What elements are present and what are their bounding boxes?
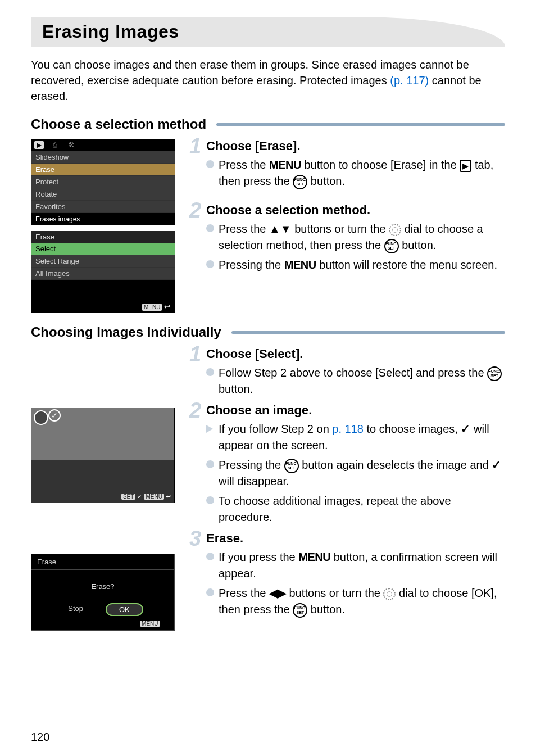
step-number: 2 bbox=[189, 399, 201, 423]
print-tab-icon: ⎙ bbox=[51, 141, 59, 149]
step-b3-bullet-2: Press the ◀▶ buttons or turn the dial to… bbox=[206, 585, 505, 618]
section-rule bbox=[231, 331, 505, 334]
set-label: SET bbox=[121, 494, 135, 500]
step-a1-bullet: Press the MENU button to choose [Erase] … bbox=[206, 157, 505, 189]
step-number: 2 bbox=[189, 198, 201, 223]
section-b-header: Choosing Images Individually bbox=[31, 324, 505, 340]
up-down-icon: ▲▼ bbox=[269, 223, 292, 235]
page-title: Erasing Images bbox=[42, 21, 494, 42]
menu2-item-selected: Select bbox=[31, 243, 175, 255]
step-b1: 1 Choose [Select]. Follow Step 2 above t… bbox=[206, 347, 505, 397]
check-icon: ✓ bbox=[492, 459, 501, 471]
menu1-item: Protect bbox=[31, 176, 175, 188]
page-number: 120 bbox=[31, 731, 49, 744]
step-b3-title: Erase. bbox=[206, 531, 505, 546]
return-icon: ↩ bbox=[166, 493, 171, 500]
menu-button-word: MENU bbox=[269, 159, 301, 171]
step-a1: 1 Choose [Erase]. Press the MENU button … bbox=[206, 139, 505, 189]
step-a1-title: Choose [Erase]. bbox=[206, 139, 505, 153]
step-b3: 3 Erase. If you press the MENU button, a… bbox=[206, 531, 505, 618]
erase-confirm-screenshot: Erase Erase? Stop OK MENU ↩ bbox=[31, 554, 175, 631]
control-dial-icon bbox=[389, 224, 401, 236]
bullet-icon bbox=[206, 260, 214, 268]
step-number: 1 bbox=[189, 134, 201, 159]
step-a2: 2 Choose a selection method. Press the ▲… bbox=[206, 203, 505, 273]
step-number: 3 bbox=[189, 527, 201, 551]
step-b2-bullet-2: Pressing the FUNC.SET button again desel… bbox=[206, 457, 505, 490]
intro-link[interactable]: (p. 117) bbox=[390, 74, 429, 87]
section-b-title: Choosing Images Individually bbox=[31, 324, 221, 340]
bullet-icon bbox=[206, 460, 214, 468]
step-b2-title: Choose an image. bbox=[206, 403, 505, 418]
triangle-bullet-icon bbox=[206, 425, 213, 433]
section-a-title: Choose a selection method bbox=[31, 116, 206, 132]
func-set-icon: FUNC.SET bbox=[384, 239, 399, 253]
menu-button-word: MENU bbox=[298, 551, 330, 563]
tools-tab-icon: 🛠 bbox=[66, 141, 77, 149]
menu2-footer-btn: MENU bbox=[142, 304, 162, 311]
bullet-icon bbox=[206, 496, 214, 504]
control-dial-icon bbox=[383, 588, 396, 600]
confirm-question: Erase? bbox=[31, 570, 174, 601]
bullet-icon bbox=[206, 553, 214, 560]
return-icon: ↩ bbox=[162, 618, 170, 627]
step-a2-bullet-1: Press the ▲▼ buttons or turn the dial to… bbox=[206, 221, 505, 253]
confirm-footer-btn: MENU bbox=[140, 621, 160, 627]
step-b2-bullet-3: To choose additional images, repeat the … bbox=[206, 493, 505, 526]
section-a-header: Choose a selection method bbox=[31, 116, 505, 132]
play-tab-icon: ▶ bbox=[34, 141, 44, 149]
return-icon: ↩ bbox=[164, 302, 170, 311]
menu-screenshot-2: Erase Select Select Range All Images MEN… bbox=[31, 231, 175, 313]
step-number: 1 bbox=[189, 342, 201, 366]
menu2-item: Select Range bbox=[31, 255, 175, 268]
menu1-item-selected: Erase bbox=[31, 164, 175, 176]
confirm-stop-btn: Stop bbox=[62, 603, 89, 616]
func-set-icon: FUNC.SET bbox=[293, 175, 307, 189]
intro-paragraph: You can choose images and then erase the… bbox=[31, 57, 505, 104]
step-b2-bullet-1: If you follow Step 2 on p. 118 to choose… bbox=[206, 421, 505, 454]
step-b1-title: Choose [Select]. bbox=[206, 347, 505, 361]
menu-screenshot-1: ▶ ⎙ 🛠 Slideshow Erase Protect Rotate Fav… bbox=[31, 139, 175, 225]
bullet-icon bbox=[206, 588, 214, 596]
menu1-item: Rotate bbox=[31, 188, 175, 201]
menu-button-word: MENU bbox=[284, 259, 316, 271]
page-link[interactable]: p. 118 bbox=[332, 423, 364, 435]
step-b1-bullet: Follow Step 2 above to choose [Select] a… bbox=[206, 365, 505, 397]
menu1-item: Favorites bbox=[31, 201, 175, 213]
menu-label: MENU bbox=[144, 494, 163, 500]
bullet-icon bbox=[206, 160, 214, 168]
func-set-icon: FUNC.SET bbox=[293, 603, 307, 618]
check-icon: ✓ bbox=[461, 423, 470, 435]
check-icon: ✓ bbox=[137, 493, 142, 500]
func-set-icon: FUNC.SET bbox=[284, 459, 299, 473]
selection-check-icon: ✓ bbox=[48, 409, 61, 422]
menu1-item: Slideshow bbox=[31, 151, 175, 164]
menu1-help: Erases images bbox=[31, 213, 175, 225]
bullet-icon bbox=[206, 368, 214, 376]
bullet-icon bbox=[206, 224, 214, 232]
step-b3-bullet-1: If you press the MENU button, a confirma… bbox=[206, 549, 505, 582]
image-select-screenshot: ✓ SET ✓ MENU ↩ bbox=[31, 408, 175, 503]
step-a2-title: Choose a selection method. bbox=[206, 203, 505, 218]
step-a2-bullet-2: Pressing the MENU button will restore th… bbox=[206, 257, 505, 273]
menu2-header: Erase bbox=[31, 231, 175, 243]
confirm-ok-btn: OK bbox=[106, 603, 143, 616]
step-b2: 2 Choose an image. If you follow Step 2 … bbox=[206, 403, 505, 526]
play-tab-icon: ▶ bbox=[460, 160, 471, 172]
left-right-icon: ◀▶ bbox=[269, 587, 286, 599]
page-title-banner: Erasing Images bbox=[31, 17, 505, 47]
confirm-header: Erase bbox=[31, 554, 174, 570]
trash-badge-icon bbox=[34, 410, 48, 425]
section-rule bbox=[216, 123, 505, 126]
menu2-item: All Images bbox=[31, 268, 175, 280]
func-set-icon: FUNC.SET bbox=[487, 366, 502, 381]
